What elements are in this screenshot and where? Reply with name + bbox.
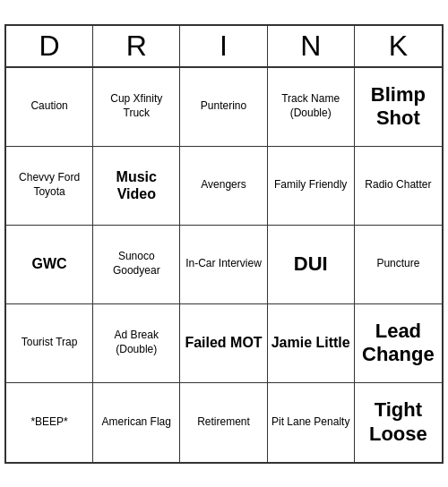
- cell-15[interactable]: Tourist Trap: [6, 304, 93, 383]
- bingo-grid: CautionCup Xfinity TruckPunterinoTrack N…: [6, 68, 442, 462]
- cell-0[interactable]: Caution: [6, 68, 93, 147]
- header-row: DRINK: [6, 26, 442, 68]
- cell-3[interactable]: Track Name (Double): [268, 68, 355, 147]
- cell-8[interactable]: Family Friendly: [268, 147, 355, 226]
- header-letter-i: I: [180, 26, 267, 66]
- cell-18[interactable]: Jamie Little: [268, 304, 355, 383]
- cell-16[interactable]: Ad Break (Double): [93, 304, 180, 383]
- cell-12[interactable]: In-Car Interview: [180, 226, 267, 304]
- header-letter-r: R: [93, 26, 180, 66]
- cell-24[interactable]: Tight Loose: [355, 383, 442, 462]
- cell-13[interactable]: DUI: [268, 226, 355, 304]
- cell-19[interactable]: Lead Change: [355, 304, 442, 383]
- cell-6[interactable]: Music Video: [93, 147, 180, 226]
- header-letter-k: K: [355, 26, 442, 66]
- cell-22[interactable]: Retirement: [180, 383, 267, 462]
- cell-21[interactable]: American Flag: [93, 383, 180, 462]
- header-letter-d: D: [6, 26, 93, 66]
- cell-4[interactable]: Blimp Shot: [355, 68, 442, 147]
- cell-5[interactable]: Chevvy Ford Toyota: [6, 147, 93, 226]
- cell-7[interactable]: Avengers: [180, 147, 267, 226]
- cell-14[interactable]: Puncture: [355, 226, 442, 304]
- cell-9[interactable]: Radio Chatter: [355, 147, 442, 226]
- header-letter-n: N: [268, 26, 355, 66]
- cell-23[interactable]: Pit Lane Penalty: [268, 383, 355, 462]
- cell-1[interactable]: Cup Xfinity Truck: [93, 68, 180, 147]
- cell-20[interactable]: *BEEP*: [6, 383, 93, 462]
- cell-2[interactable]: Punterino: [180, 68, 267, 147]
- cell-10[interactable]: GWC: [6, 226, 93, 304]
- cell-17[interactable]: Failed MOT: [180, 304, 267, 383]
- bingo-card: DRINK CautionCup Xfinity TruckPunterinoT…: [4, 24, 444, 464]
- cell-11[interactable]: Sunoco Goodyear: [93, 226, 180, 304]
